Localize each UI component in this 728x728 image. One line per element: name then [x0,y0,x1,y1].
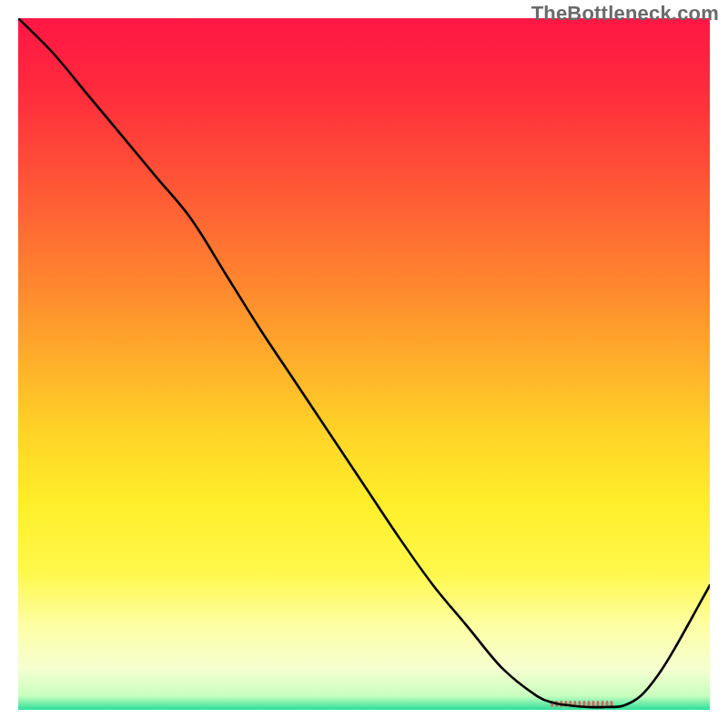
watermark-label: TheBottleneck.com [531,2,719,25]
plot-area [18,18,710,710]
chart-svg [18,18,710,710]
gradient-background [18,18,710,710]
chart-container: TheBottleneck.com [0,0,728,728]
